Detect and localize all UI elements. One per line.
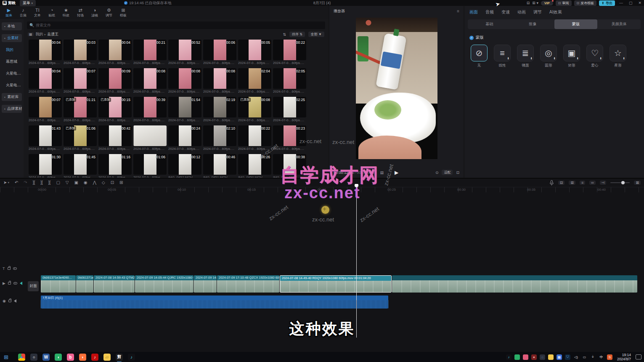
timeline-tool-button[interactable]: ][: [40, 180, 43, 185]
video-thumbnail[interactable]: 02:04 已添加: [238, 68, 271, 89]
playhead[interactable]: [356, 184, 357, 338]
player-menu-icon[interactable]: ≡: [457, 9, 459, 13]
taskbar-clock[interactable]: 19:14 2024/8/7: [615, 353, 633, 361]
tray-icon[interactable]: ●: [531, 354, 537, 360]
search-input[interactable]: [36, 23, 323, 27]
taskbar-app-icon[interactable]: ♪: [91, 354, 98, 361]
timeline-tool-button[interactable]: ↷: [24, 180, 27, 185]
mask-shape-icon[interactable]: ≣ ⬇: [517, 45, 534, 61]
fit-ratio-button[interactable]: 适配: [442, 170, 453, 175]
mask-shape-icon[interactable]: ≡ ⬇: [494, 45, 511, 61]
media-grid-item[interactable]: 00:05 已添加 2024-07-0…60fps.mov: [238, 40, 271, 65]
media-grid-item[interactable]: 00:39 已添加 2024-07-0…60fps.mov: [133, 97, 167, 122]
media-grid-item[interactable]: 01:54 已添加 2024-07-0…60fps.mov: [168, 97, 201, 122]
media-grid-item[interactable]: 00:42 已添加 2024-07-0…60fps.mov: [98, 125, 132, 151]
tray-icon[interactable]: 中: [599, 354, 604, 360]
media-grid-item[interactable]: 01:30 已添加 2024-07-0…60fps.mov: [29, 154, 62, 178]
tray-icon[interactable]: ♪: [506, 354, 511, 360]
inspector-tab[interactable]: 调节: [533, 9, 542, 15]
filter-all-button[interactable]: 全部 ▼: [308, 32, 324, 37]
video-clip[interactable]: 2024-07-09 14-05: [194, 275, 217, 293]
media-grid-item[interactable]: 02:04 已添加 2024-07-0…60fps.mov: [238, 68, 271, 94]
play-button[interactable]: ▶: [395, 170, 398, 176]
inspector-subtab[interactable]: 美颜美体: [597, 19, 641, 29]
video-thumbnail[interactable]: 00:03 已添加: [64, 40, 97, 60]
panel-layout-icon[interactable]: ⊟: [527, 1, 530, 5]
timeline-zoom-slider[interactable]: [610, 182, 630, 183]
media-grid-item[interactable]: 00:26 已添加 IMG_0850.MOV: [238, 154, 271, 178]
inspector-tab[interactable]: AI效果: [549, 9, 562, 15]
maximize-button[interactable]: ▢: [627, 1, 634, 5]
zoom-to-fit-icon[interactable]: ⊠: [634, 181, 641, 185]
timeline-view-toggle[interactable]: ≡: [580, 181, 585, 185]
focus-icon[interactable]: ⊙: [435, 170, 439, 175]
frame-grid-icon[interactable]: ▤: [380, 170, 384, 175]
workspace-layout-icon[interactable]: ⊞ ▾: [532, 1, 538, 5]
video-thumbnail[interactable]: 00:07 已添加: [64, 68, 97, 89]
video-thumbnail[interactable]: 02:10 已添加: [203, 125, 236, 146]
sidebar-item[interactable]: 品牌素材: [2, 105, 22, 113]
media-grid-item[interactable]: 01:21 已添加 2024-07-0…60fps.mov: [64, 97, 97, 122]
toolbar-item[interactable]: ◔ 贴纸: [45, 8, 59, 18]
toolbar-item[interactable]: ▶ 媒体: [2, 8, 16, 18]
tray-icon[interactable]: ◌: [540, 354, 545, 360]
video-thumbnail[interactable]: 01:21 已添加: [64, 97, 97, 117]
review-button[interactable]: ⊡ 审阅: [556, 0, 572, 6]
vip-button[interactable]: VIP: [541, 1, 553, 5]
tray-icon[interactable]: S: [607, 354, 612, 360]
video-thumbnail[interactable]: 01:30 已添加: [29, 154, 62, 175]
video-thumbnail[interactable]: 00:21 已添加: [133, 40, 167, 60]
media-grid-item[interactable]: 01:06 已添加 2024-07-0…60fps.mov: [133, 154, 167, 178]
view-mode-icon[interactable]: ▦: [28, 32, 34, 36]
sort-direction-icon[interactable]: ⇅: [283, 32, 286, 37]
mask-option[interactable]: ⊘ ⬇ 无: [469, 45, 489, 68]
mask-option[interactable]: ≣ ⬇ 镜面: [516, 45, 535, 68]
taskbar-app-icon[interactable]: ♪: [128, 354, 135, 361]
media-grid-item[interactable]: 00:22 已添加 2024-07-0…60fps.mov: [238, 125, 271, 151]
video-thumbnail[interactable]: 01:43 已添加: [29, 125, 62, 146]
lock-icon[interactable]: [8, 267, 11, 270]
media-grid-item[interactable]: 00:04 已添加 2024-07-0…60fps.mov: [29, 68, 62, 94]
video-clip[interactable]: 2024-07-09 14-05-44 QJRC 1920x1080 60fps…: [135, 275, 193, 293]
sidebar-item[interactable]: 素材库: [2, 93, 22, 101]
timeline-tool-button[interactable]: ⊞: [119, 180, 123, 185]
sort-button[interactable]: 排序 ⇅: [289, 32, 305, 37]
timeline-tool-button[interactable]: ][: [33, 180, 35, 185]
video-clip[interactable]: [392, 275, 637, 293]
video-thumbnail[interactable]: 00:39 已添加: [133, 97, 167, 117]
video-thumbnail[interactable]: 01:54 已添加: [168, 97, 201, 117]
media-grid-item[interactable]: 00:07 已添加 2024-07-0…60fps.mov: [29, 97, 62, 122]
inspector-tab[interactable]: 变速: [501, 9, 510, 15]
mask-option[interactable]: ♡ ⬇ 爱心: [585, 45, 604, 68]
timeline-tool-button[interactable]: ▣: [74, 180, 78, 185]
video-thumbnail[interactable]: 00:24 已添加: [168, 125, 201, 146]
video-thumbnail[interactable]: 00:46 已添加: [203, 154, 236, 175]
media-grid-item[interactable]: 00:04 已添加 2024-07-0…60fps.mov: [29, 40, 62, 65]
select-tool-button[interactable]: ➤ ▾: [3, 180, 9, 185]
sidebar-item[interactable]: 幕思城: [2, 58, 22, 66]
video-thumbnail[interactable]: 01:06 已添加: [133, 154, 167, 175]
taskbar-app-icon[interactable]: ●: [18, 354, 25, 361]
toolbar-item[interactable]: TI 文本: [30, 8, 45, 18]
inspector-tab[interactable]: 画面: [469, 9, 478, 15]
media-grid-item[interactable]: 00:03 已添加 2024-07-0…60fps.mov: [64, 40, 97, 65]
video-thumbnail[interactable]: 00:08 已添加: [133, 68, 167, 89]
inspector-tab[interactable]: 音频: [485, 9, 494, 15]
sidebar-item[interactable]: 本地: [2, 22, 22, 30]
checkbox-checked-icon[interactable]: ✓: [469, 36, 474, 40]
video-thumbnail[interactable]: 00:05 已添加: [238, 40, 271, 60]
toolbar-item[interactable]: ⚙ 调节: [102, 8, 116, 18]
mask-shape-icon[interactable]: ⊘ ⬇: [471, 45, 488, 61]
timeline-tool-button[interactable]: ⋀: [93, 180, 96, 185]
toolbar-item[interactable]: ◑ 滤镜: [87, 8, 102, 18]
mask-option[interactable]: ≡ ⬇ 线性: [493, 45, 512, 68]
video-thumbnail[interactable]: 00:42 已添加: [98, 125, 132, 146]
video-thumbnail[interactable]: 00:08 已添加: [168, 68, 201, 89]
media-grid-item[interactable]: 00:12 已添加 IMG_0852.MOV: [168, 154, 201, 178]
breadcrumb-root[interactable]: 我的: [36, 32, 43, 37]
media-grid-item[interactable]: 02:05 已添加 2024-07-0…60fps.mov: [273, 68, 306, 94]
media-grid-item[interactable]: 01:45 已添加 2024-07-0…60fps.mov: [64, 154, 97, 178]
video-thumbnail[interactable]: 02:19 已添加: [203, 97, 236, 117]
toolbar-item[interactable]: ⇄ 转场: [73, 8, 87, 18]
tray-icon[interactable]: ▭: [582, 354, 587, 360]
